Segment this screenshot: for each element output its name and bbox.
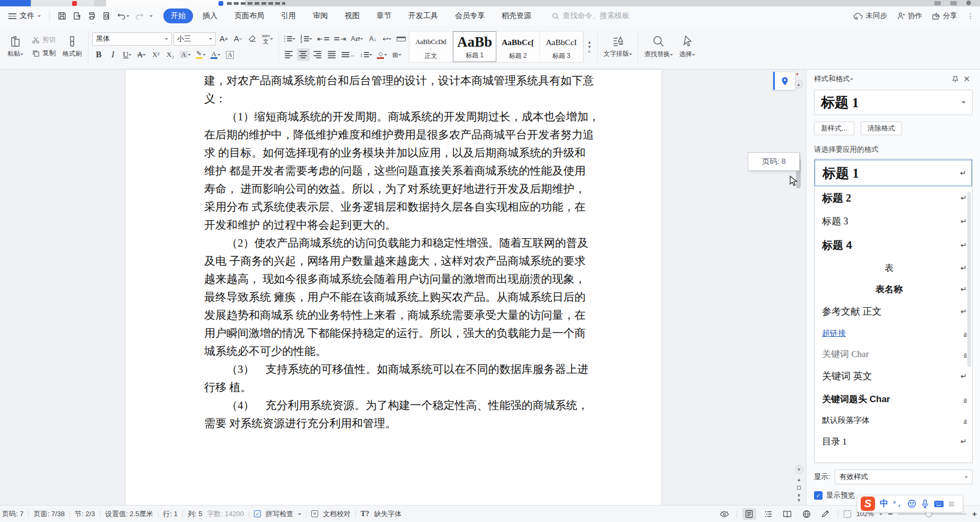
zoom-slider[interactable] <box>898 514 967 515</box>
show-filter-select[interactable]: 有效样式 <box>835 469 973 484</box>
view-read-mode-button[interactable] <box>781 508 794 520</box>
copy-button[interactable]: 复制 <box>30 48 58 59</box>
new-style-button[interactable]: 新样式... <box>814 121 854 135</box>
status-item[interactable]: 节: 2/3 <box>75 509 95 519</box>
clear-format-button-panel[interactable]: 清除格式 <box>861 121 902 135</box>
wrap-marks-button[interactable]: ↩ <box>381 32 393 45</box>
align-left-button[interactable] <box>283 48 295 61</box>
ime-toolbox-icon[interactable]: ⊡ <box>949 500 954 508</box>
style-list-item[interactable]: 关键词 英文 ↵ <box>815 364 972 388</box>
ribbon-tab[interactable]: 页面布局 <box>227 8 272 23</box>
bullet-list-button[interactable] <box>283 32 298 45</box>
style-list-item[interactable]: 标题 4 ↵ <box>815 233 972 257</box>
numbered-list-button[interactable]: 123 <box>299 32 314 45</box>
font-color-button[interactable]: A <box>209 48 222 61</box>
select-browse-object-button[interactable] <box>797 486 801 490</box>
status-item[interactable]: 行: 1 <box>163 509 178 519</box>
share-button[interactable]: 分享 <box>932 11 957 21</box>
next-page-icon[interactable]: ▼▼ <box>797 493 801 503</box>
align-right-button[interactable] <box>311 48 324 61</box>
style-list-item[interactable]: 表名称 ↵ <box>815 279 972 300</box>
command-search[interactable]: 查找命令、搜索模板 <box>552 11 629 21</box>
maximize-button[interactable] <box>950 1 957 5</box>
quickbar-more-button[interactable] <box>147 13 155 19</box>
format-painter-button[interactable]: 格式刷 <box>60 34 84 59</box>
decrease-font-button[interactable]: A− <box>232 32 244 45</box>
current-style-combo[interactable]: 标题 1 <box>814 90 973 115</box>
ime-language-toggle[interactable]: 中 <box>880 498 888 509</box>
ime-keyboard-button[interactable] <box>934 500 944 508</box>
document-text[interactable]: 建，对农产品商城系统前台和后台管理的设计，设计本商城管理系统具有如下意义：（1）… <box>204 72 598 432</box>
style-list-item[interactable]: 标题 1 ↵ <box>815 160 972 186</box>
borders-button[interactable]: ⊞ <box>390 48 403 61</box>
style-list-item[interactable]: 参考文献 正文 ↵ <box>815 300 972 323</box>
fit-page-button[interactable] <box>844 510 851 518</box>
clear-format-button[interactable] <box>246 32 259 45</box>
gallery-down-icon[interactable]: ▼ <box>587 45 591 49</box>
ribbon-tab[interactable]: 视图 <box>337 8 367 23</box>
scroll-collapse-button[interactable]: ▼ <box>795 465 803 474</box>
word-count[interactable]: 字数: 14200 <box>207 509 244 519</box>
shading-button[interactable]: ◇ <box>375 48 389 61</box>
status-item[interactable]: 页码: 7 <box>2 509 23 519</box>
italic-button[interactable]: I <box>107 48 119 61</box>
save-button[interactable] <box>55 10 69 22</box>
view-web-layout-button[interactable] <box>800 508 813 520</box>
font-size-combo[interactable]: 小三 <box>173 32 216 46</box>
scroll-top-button[interactable]: ▲ <box>794 80 803 89</box>
more-options-icon[interactable]: ⋮ <box>967 12 975 20</box>
ime-voice-button[interactable] <box>921 499 929 508</box>
increase-indent-button[interactable]: ⇥ <box>332 32 348 45</box>
style-list-scrollbar[interactable] <box>967 192 971 367</box>
justify-button[interactable] <box>326 48 338 61</box>
underline-button[interactable]: U <box>121 48 134 61</box>
character-border-button[interactable]: A <box>224 48 237 61</box>
location-marker[interactable] <box>773 72 795 90</box>
superscript-button[interactable]: X² <box>150 48 162 61</box>
style-list-item[interactable]: 表 ↵ <box>815 257 972 279</box>
minimize-button[interactable] <box>934 1 941 5</box>
character-shading-button[interactable]: A <box>178 48 192 61</box>
view-page-mode-button[interactable] <box>742 508 756 520</box>
status-item[interactable]: 页面: 7/38 <box>33 509 65 519</box>
print-button[interactable] <box>85 10 99 22</box>
style-list-item[interactable]: 关键词题头 Char a <box>815 388 972 410</box>
missing-font-button[interactable]: 缺失字体 <box>374 509 401 519</box>
view-write-mode-button[interactable] <box>819 508 833 520</box>
document-page[interactable]: 建，对农产品商城系统前台和后台管理的设计，设计本商城管理系统具有如下意义：（1）… <box>126 69 661 505</box>
paste-button[interactable]: 粘贴 <box>3 34 28 59</box>
previous-page-icon[interactable]: ▲ <box>797 477 801 482</box>
style-list-item[interactable]: 目录 1 ↵ <box>815 430 972 453</box>
style-gallery-card[interactable]: AaBb 标题 1 <box>453 31 496 62</box>
ribbon-tab[interactable]: 引用 <box>274 8 303 23</box>
style-gallery-card[interactable]: AaBbCc[ 标题 2 <box>496 31 540 62</box>
protect-eye-button[interactable] <box>718 508 731 520</box>
font-name-combo[interactable]: 黑体 <box>92 32 172 46</box>
style-gallery-card[interactable]: AaBbCcI 标题 3 <box>540 31 583 62</box>
show-preview-checkbox[interactable]: ✓ <box>814 491 822 500</box>
style-gallery-card[interactable]: AaBbCcDd 正文 <box>409 31 453 62</box>
redo-button[interactable] <box>133 10 146 22</box>
tab-ruler-button[interactable] <box>395 32 408 45</box>
collaborate-button[interactable]: 协作 <box>897 11 922 21</box>
sogou-logo-icon[interactable]: S <box>861 497 875 511</box>
view-outline-button[interactable] <box>762 508 775 520</box>
user-avatar[interactable] <box>966 1 971 5</box>
gallery-more-icon[interactable]: ≡ <box>588 49 591 54</box>
character-scale-button[interactable]: A⇄ <box>349 32 365 45</box>
sync-status-button[interactable]: 未同步 <box>853 11 888 21</box>
ribbon-tab[interactable]: 开始 <box>163 8 193 23</box>
cut-button[interactable]: 剪切 <box>30 34 58 46</box>
ribbon-tab[interactable]: 插入 <box>195 8 225 23</box>
zoom-in-button[interactable]: + <box>972 509 977 518</box>
sort-button[interactable]: A↓ <box>366 32 379 45</box>
ribbon-tab[interactable]: 审阅 <box>305 8 335 23</box>
align-center-button[interactable] <box>297 48 310 61</box>
ribbon-tab[interactable]: 章节 <box>369 8 399 23</box>
style-list-item[interactable]: 关键词 Char a <box>815 343 972 364</box>
app-corner-tab[interactable] <box>0 0 31 6</box>
find-replace-button[interactable]: 查找替换 <box>642 33 675 60</box>
style-list-item[interactable]: 超链接 a <box>815 323 972 343</box>
status-item[interactable]: 设置值: 2.5厘米 <box>105 509 153 519</box>
select-button[interactable]: 选择 <box>675 33 699 60</box>
